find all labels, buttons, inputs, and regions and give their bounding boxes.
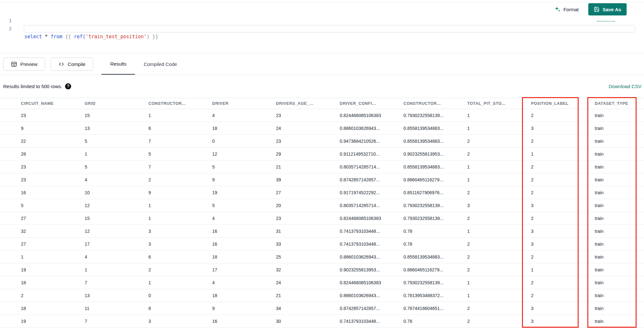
table-cell: 4: [80, 173, 143, 186]
table-cell: 1: [80, 148, 143, 160]
table-cell: 1: [462, 173, 526, 186]
jinja-close: }}: [149, 34, 158, 40]
table-cell: 0.824468085106383: [335, 212, 398, 225]
table-cell: 3: [143, 238, 207, 251]
table-cell: 1: [462, 122, 526, 135]
table-cell: 2: [462, 263, 526, 276]
table-cell: 27: [0, 238, 80, 251]
table-cell: 21: [271, 289, 335, 302]
table-cell: train: [590, 148, 644, 160]
table-cell: 0.7413793103448...: [335, 225, 398, 238]
table-cell: 2: [462, 302, 526, 315]
results-table-wrap: CIRCUIT_NAMEGRIDCONSTRUCTOR...DRIVERDRIV…: [0, 98, 644, 328]
table-row: 281512290.9112149532710...0.902325581395…: [0, 148, 644, 160]
code-line-1: select * from {{ ref('train_test_positio…: [24, 33, 644, 41]
table-cell: 1: [526, 263, 590, 276]
row-limit-text: Results limited to 500 rows.: [3, 84, 62, 89]
table-cell: 0.7930232558139...: [398, 276, 462, 289]
table-cell: 13: [80, 122, 143, 135]
table-header-row: CIRCUIT_NAMEGRIDCONSTRUCTOR...DRIVERDRIV…: [0, 98, 644, 109]
table-cell: 4: [207, 276, 271, 289]
format-button[interactable]: Format: [554, 6, 579, 13]
table-cell: 4: [80, 251, 143, 263]
table-cell: 0.8860465116279...: [398, 173, 462, 186]
column-header: DATASET_TYPE: [590, 98, 644, 109]
download-csv-link[interactable]: Download CSV: [609, 84, 641, 89]
table-cell: 12: [207, 148, 271, 160]
table-cell: 12: [80, 199, 143, 212]
save-as-button[interactable]: Save As: [588, 3, 627, 15]
table-cell: 1: [526, 148, 590, 160]
table-cell: 0.8558139534883...: [398, 251, 462, 263]
table-cell: 0.7674418604651...: [398, 302, 462, 315]
table-cell: train: [590, 186, 644, 199]
column-header: DRIVER_CONFI...: [335, 98, 398, 109]
ref-function: ref(: [74, 34, 86, 40]
editor-active-line-box: [24, 25, 635, 32]
table-cell: 18: [0, 302, 80, 315]
editor-topbar: Format Save As: [0, 0, 644, 16]
table-cell: 27: [0, 212, 80, 225]
table-cell: 32: [0, 225, 80, 238]
table-cell: 18: [207, 122, 271, 135]
sql-operator: *: [42, 34, 51, 40]
table-cell: 3: [526, 302, 590, 315]
table-cell: train: [590, 122, 644, 135]
table-cell: train: [590, 276, 644, 289]
table-cell: 18: [0, 276, 80, 289]
table-row: 18714240.8244680851063830.7930232558139.…: [0, 276, 644, 289]
table-cell: 6: [143, 122, 207, 135]
table-cell: train: [590, 289, 644, 302]
table-cell: 0.7930232558139...: [398, 199, 462, 212]
table-cell: 0.78: [398, 238, 462, 251]
table-cell: 9: [207, 302, 271, 315]
table-row: 913618240.8860103626943...0.855813953488…: [0, 122, 644, 135]
help-icon[interactable]: ?: [65, 83, 71, 89]
table-cell: train: [590, 135, 644, 148]
table-cell: 1: [462, 289, 526, 302]
table-cell: 0.8558139534883...: [398, 160, 462, 173]
table-cell: 2: [462, 315, 526, 328]
table-cell: 0.8558139534883...: [398, 135, 462, 148]
table-cell: 33: [271, 238, 335, 251]
table-cell: train: [590, 212, 644, 225]
table-cell: 5: [143, 148, 207, 160]
table-cell: 23: [271, 135, 335, 148]
sql-editor[interactable]: 1 2 select * from {{ ref('train_test_pos…: [0, 16, 644, 53]
table-cell: 20: [271, 199, 335, 212]
table-cell: train: [590, 173, 644, 186]
column-header: DRIVER: [207, 98, 271, 109]
code-area[interactable]: select * from {{ ref('train_test_positio…: [14, 17, 644, 53]
table-cell: 3: [526, 225, 590, 238]
table-cell: 6: [143, 251, 207, 263]
save-as-label: Save As: [602, 7, 621, 12]
table-cell: 7: [143, 135, 207, 148]
table-cell: 9: [0, 122, 80, 135]
paren-close: ): [147, 34, 149, 40]
table-row: 51215200.8035714285714...0.7930232558139…: [0, 199, 644, 212]
table-cell: 2: [462, 135, 526, 148]
table-cell: train: [590, 315, 644, 328]
table-cell: 0.8558139534883...: [398, 122, 462, 135]
table-cell: 8: [143, 302, 207, 315]
table-cell: 0.7413793103448...: [335, 315, 398, 328]
table-cell: 2: [526, 186, 590, 199]
table-cell: 0.9473684210526...: [335, 135, 398, 148]
table-cell: 2: [526, 109, 590, 122]
format-label: Format: [564, 7, 579, 12]
table-cell: 0.8860103626943...: [335, 251, 398, 263]
table-cell: 0: [207, 135, 271, 148]
table-cell: 15: [80, 109, 143, 122]
table-row: 3212316310.7413793103448...0.7813train: [0, 225, 644, 238]
table-cell: 17: [207, 263, 271, 276]
table-cell: train: [590, 199, 644, 212]
table-cell: 1: [143, 199, 207, 212]
line-number-gutter: 1 2: [0, 17, 14, 53]
table-cell: 9: [143, 186, 207, 199]
table-cell: 0.7813953488372...: [398, 289, 462, 302]
table-cell: 0.7930232558139...: [398, 212, 462, 225]
table-cell: 30: [271, 315, 335, 328]
table-cell: 5: [207, 199, 271, 212]
table-cell: 24: [271, 122, 335, 135]
sql-keyword: from: [51, 34, 62, 40]
